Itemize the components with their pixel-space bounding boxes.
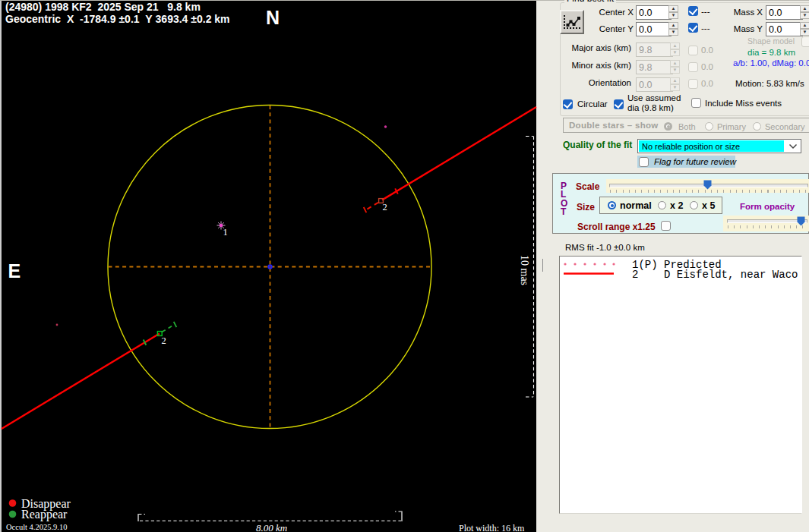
svg-text:E: E (8, 260, 21, 282)
svg-text:Plot width: 16 km: Plot width: 16 km (459, 523, 525, 532)
svg-text:10 mas: 10 mas (519, 255, 530, 285)
svg-text:(24980) 1998 KF2 2025 Sep 21: (24980) 1998 KF2 2025 Sep 21 9.8 km (5, 1, 201, 13)
svg-text:Occult 4.2025.9.10: Occult 4.2025.9.10 (6, 523, 68, 531)
svg-text:Reappear: Reappear (21, 508, 68, 521)
svg-text:N: N (266, 7, 280, 28)
svg-text:2 D Eisfeldt, near Waco: 2 D Eisfeldt, near Waco (632, 269, 798, 281)
svg-text:2: 2 (383, 202, 387, 212)
svg-text:2: 2 (162, 335, 166, 346)
svg-text:1: 1 (223, 227, 228, 238)
svg-text:8.00 km: 8.00 km (256, 522, 287, 532)
svg-text:Geocentric X -1784.9 ±0.1 Y: Geocentric X -1784.9 ±0.1 Y 3693.4 ±0.2 … (5, 13, 230, 25)
